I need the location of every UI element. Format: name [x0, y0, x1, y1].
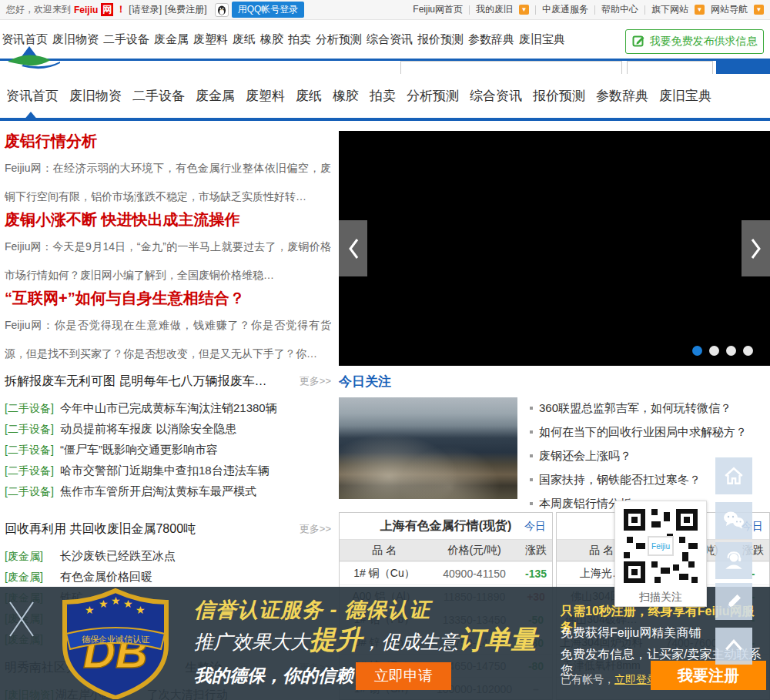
nav-item[interactable]: 废金属 [154, 32, 189, 47]
sticky-nav: 资讯首页废旧物资二手设备废金属废塑料废纸橡胶拍卖分析预测综合资讯报价预测参数辞典… [0, 74, 770, 121]
news-item[interactable]: [废金属]有色金属价格回暖 [5, 566, 331, 587]
nav-item[interactable]: 二手设备 [103, 32, 149, 47]
image-carousel[interactable] [339, 131, 770, 366]
topbar-link-sites[interactable]: 旗下网站 [651, 3, 688, 16]
topbar-link-help[interactable]: 帮助中心 [601, 3, 638, 16]
publish-supply-demand-button[interactable]: 我要免费发布供求信息 [625, 29, 764, 54]
nav-item[interactable]: 废金属 [196, 87, 235, 105]
featured-articles: 废铝行情分析 Feijiu网：在经济示弱的大环境下，有色金属行业整体依旧偏空，废… [5, 131, 331, 367]
article-summary: Feijiu网：你是否觉得现在生意难做，钱难赚了？你是否觉得有货源，但是找不到买… [5, 311, 331, 368]
qq-penguin-icon [215, 3, 229, 17]
category-tag: [二手设备] [5, 419, 60, 439]
home-icon[interactable] [715, 457, 752, 494]
register-now-button[interactable]: 我要注册 [651, 661, 766, 690]
nav-item[interactable]: 分析预测 [407, 87, 459, 105]
nav-item[interactable]: 废旧宝典 [519, 32, 565, 47]
customer-service-icon[interactable] [715, 542, 752, 579]
news-item[interactable]: [二手设备]“僵尸车”既影响交通更影响市容 [5, 439, 331, 460]
list-headline[interactable]: 拆解报废车无利可图 昆明每年七八万辆报废车… [5, 373, 266, 393]
focus-link[interactable]: 如何在当下的回收行业困局中求解秘方？ [530, 420, 768, 444]
nav-item[interactable]: 资讯首页 [6, 87, 59, 105]
nav-item[interactable]: 分析预测 [316, 32, 362, 47]
quote-row[interactable]: 1# 铜（Cu）40900-41150-135 [340, 561, 552, 584]
article-title[interactable]: “互联网+”如何与自身生意相结合？ [5, 288, 331, 308]
today-focus-section: 今日关注 360联盟总监郭吉军，如何玩转微信？如何在当下的回收行业困局中求解秘方… [339, 373, 770, 390]
feijiu-logo[interactable] [6, 42, 91, 75]
chevron-down-icon[interactable]: ▼ [754, 5, 764, 15]
carousel-dot[interactable] [709, 346, 719, 356]
search-category-input[interactable] [627, 61, 713, 74]
more-link[interactable]: 更多>> [300, 521, 331, 541]
brand-text: Feijiu [74, 5, 98, 15]
svg-text:★: ★ [136, 604, 146, 616]
nav-item[interactable]: 废旧物资 [69, 87, 122, 105]
divider [594, 5, 595, 15]
search-input[interactable] [400, 61, 622, 74]
apply-now-button[interactable]: 立即申请 [356, 662, 451, 690]
category-tag: [二手设备] [5, 440, 60, 460]
nav-item[interactable]: 拍卖 [288, 32, 311, 47]
nav-item[interactable]: 综合资讯 [470, 87, 522, 105]
nav-item[interactable]: 废塑料 [246, 87, 285, 105]
chevron-down-icon[interactable]: ▼ [519, 5, 529, 15]
quote-change: -135 [520, 562, 552, 584]
edit-pencil-icon [632, 34, 645, 49]
nav-item[interactable]: 橡胶 [333, 87, 359, 105]
register-link[interactable]: [免费注册] [165, 3, 207, 16]
nav-item[interactable]: 报价预测 [533, 87, 585, 105]
table-header: 品 名价格(元/吨)涨跌 [340, 540, 552, 561]
nav-item[interactable]: 废旧宝典 [659, 87, 711, 105]
today-link[interactable]: 今日 [524, 520, 546, 534]
carousel-prev-button[interactable] [339, 220, 367, 276]
wechat-qr-popup: Feijiu 扫描关注 [614, 501, 707, 607]
news-item[interactable]: [二手设备]今年中山市已完成黄标车淘汰注销21380辆 [5, 397, 331, 418]
article: 废铝行情分析 Feijiu网：在经济示弱的大环境下，有色金属行业整体依旧偏空，废… [5, 131, 331, 209]
list-headline[interactable]: 回收再利用 共回收废旧金属7800吨 [5, 521, 196, 541]
close-icon[interactable] [6, 598, 37, 644]
nav-item[interactable]: 废塑料 [193, 32, 228, 47]
news-item-text: 有色金属价格回暖 [60, 570, 152, 583]
qq-login-button[interactable]: 用QQ帐号登录 [232, 2, 305, 18]
nav-item[interactable]: 橡胶 [260, 32, 283, 47]
carousel-next-button[interactable] [742, 220, 770, 276]
nav-item[interactable]: 拍卖 [370, 87, 396, 105]
table-title: 上海有色金属行情(现货) [380, 518, 512, 534]
news-item[interactable]: [二手设备]焦作市车管所开启淘汰黄标车最严模式 [5, 481, 331, 501]
focus-link[interactable]: 360联盟总监郭吉军，如何玩转微信？ [530, 396, 768, 420]
nav-item[interactable]: 参数辞典 [468, 32, 514, 47]
banner-slogan: 我的德保，你的信赖 [194, 664, 353, 688]
news-item[interactable]: [废金属]长沙废铁已经跌至冰点 [5, 545, 331, 566]
wechat-icon[interactable] [715, 502, 752, 539]
svg-text:★: ★ [111, 594, 121, 607]
feedback-pencil-icon[interactable] [715, 583, 752, 620]
chevron-down-icon[interactable]: ▼ [695, 5, 705, 15]
login-link[interactable]: [请登录] [129, 3, 162, 16]
carousel-dots [692, 346, 753, 356]
promo-line-2: 免费获得Feijiu网精美商铺 [561, 625, 701, 641]
nav-item[interactable]: 二手设备 [132, 87, 185, 105]
news-item[interactable]: [二手设备]动员提前将车报废 以消除安全隐患 [5, 418, 331, 439]
news-item[interactable]: [二手设备]哈市交警部门近期集中查扣18台违法车辆 [5, 460, 331, 481]
carousel-dot[interactable] [692, 346, 702, 356]
more-link[interactable]: 更多>> [300, 373, 331, 393]
topbar-link-my[interactable]: 我的废旧 [476, 3, 513, 16]
nav-item[interactable]: 废纸 [233, 32, 256, 47]
search-button[interactable] [716, 61, 770, 74]
nav-item[interactable]: 综合资讯 [367, 32, 413, 47]
primary-nav: 资讯首页废旧物资二手设备废金属废塑料废纸橡胶拍卖分析预测综合资讯报价预测参数辞典… [0, 20, 624, 59]
focus-photo[interactable] [339, 397, 517, 499]
nav-item[interactable]: 报价预测 [417, 32, 464, 47]
topbar-link-home[interactable]: Feijiu网首页 [413, 3, 463, 16]
carousel-dot[interactable] [726, 346, 736, 356]
news-item-text: 今年中山市已完成黄标车淘汰注销21380辆 [60, 401, 277, 414]
news-item-text: 动员提前将车报废 以消除安全隐患 [60, 422, 236, 435]
article-title[interactable]: 废铜小涨不断 快进快出成主流操作 [5, 209, 331, 229]
nav-item[interactable]: 废纸 [296, 87, 322, 105]
carousel-dot[interactable] [743, 346, 753, 356]
nav-item[interactable]: 参数辞典 [596, 87, 648, 105]
topbar-link-service[interactable]: 中废通服务 [542, 3, 588, 16]
back-to-top-icon[interactable] [715, 628, 752, 665]
article-title[interactable]: 废铝行情分析 [5, 131, 331, 151]
article: “互联网+”如何与自身生意相结合？ Feijiu网：你是否觉得现在生意难做，钱难… [5, 288, 331, 366]
topbar-link-sitemap[interactable]: 网站导航 [711, 3, 748, 16]
